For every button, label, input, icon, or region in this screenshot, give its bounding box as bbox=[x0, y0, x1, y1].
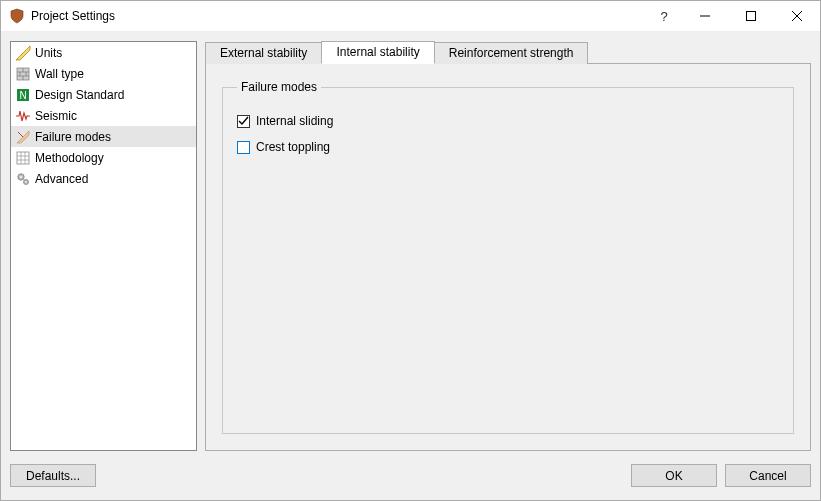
ruler-icon bbox=[15, 45, 31, 61]
option-crest-toppling[interactable]: Crest toppling bbox=[237, 136, 779, 158]
tab-external-stability[interactable]: External stability bbox=[205, 42, 322, 64]
table-icon bbox=[15, 150, 31, 166]
titlebar: Project Settings ? bbox=[1, 1, 820, 32]
sidebar-item-label: Design Standard bbox=[35, 88, 124, 102]
cancel-button[interactable]: Cancel bbox=[725, 464, 811, 487]
sidebar-item-advanced[interactable]: Advanced bbox=[11, 168, 196, 189]
failure-icon bbox=[15, 129, 31, 145]
ok-button[interactable]: OK bbox=[631, 464, 717, 487]
sidebar-item-methodology[interactable]: Methodology bbox=[11, 147, 196, 168]
option-label: Internal sliding bbox=[256, 114, 333, 128]
wall-icon bbox=[15, 66, 31, 82]
option-label: Crest toppling bbox=[256, 140, 330, 154]
sidebar-item-label: Methodology bbox=[35, 151, 104, 165]
tab-label: Reinforcement strength bbox=[449, 46, 574, 60]
maximize-button[interactable] bbox=[728, 1, 774, 31]
tab-label: External stability bbox=[220, 46, 307, 60]
window-title: Project Settings bbox=[31, 9, 115, 23]
standard-icon: N bbox=[15, 87, 31, 103]
main-panel: External stability Internal stability Re… bbox=[205, 41, 811, 451]
sidebar-item-label: Failure modes bbox=[35, 130, 111, 144]
gears-icon bbox=[15, 171, 31, 187]
dialog-window: Project Settings ? Units Wall ty bbox=[0, 0, 821, 501]
tab-bar: External stability Internal stability Re… bbox=[205, 41, 811, 64]
tab-content: Failure modes Internal sliding Crest top… bbox=[205, 63, 811, 451]
svg-line-15 bbox=[18, 132, 23, 137]
svg-point-24 bbox=[25, 181, 27, 183]
sidebar: Units Wall type N Design Standard Seismi… bbox=[10, 41, 197, 451]
dialog-footer: Defaults... OK Cancel bbox=[1, 460, 820, 500]
svg-point-22 bbox=[20, 176, 22, 178]
failure-modes-group: Failure modes Internal sliding Crest top… bbox=[222, 80, 794, 434]
svg-rect-16 bbox=[17, 152, 29, 164]
sidebar-item-label: Advanced bbox=[35, 172, 88, 186]
sidebar-item-failure-modes[interactable]: Failure modes bbox=[11, 126, 196, 147]
sidebar-item-wall-type[interactable]: Wall type bbox=[11, 63, 196, 84]
svg-text:N: N bbox=[19, 90, 26, 101]
checkbox-unchecked-icon bbox=[237, 141, 250, 154]
help-button[interactable]: ? bbox=[646, 1, 682, 31]
group-title: Failure modes bbox=[237, 80, 321, 94]
seismic-icon bbox=[15, 108, 31, 124]
svg-rect-1 bbox=[747, 12, 756, 21]
option-internal-sliding[interactable]: Internal sliding bbox=[237, 110, 779, 132]
defaults-button[interactable]: Defaults... bbox=[10, 464, 96, 487]
checkbox-checked-icon bbox=[237, 115, 250, 128]
minimize-button[interactable] bbox=[682, 1, 728, 31]
sidebar-item-label: Wall type bbox=[35, 67, 84, 81]
app-icon bbox=[9, 8, 25, 24]
tab-internal-stability[interactable]: Internal stability bbox=[321, 41, 434, 64]
close-button[interactable] bbox=[774, 1, 820, 31]
sidebar-item-seismic[interactable]: Seismic bbox=[11, 105, 196, 126]
tab-label: Internal stability bbox=[336, 45, 419, 59]
sidebar-item-design-standard[interactable]: N Design Standard bbox=[11, 84, 196, 105]
svg-marker-4 bbox=[16, 46, 30, 60]
tab-reinforcement-strength[interactable]: Reinforcement strength bbox=[434, 42, 589, 64]
sidebar-item-label: Units bbox=[35, 46, 62, 60]
sidebar-item-units[interactable]: Units bbox=[11, 42, 196, 63]
sidebar-item-label: Seismic bbox=[35, 109, 77, 123]
dialog-body: Units Wall type N Design Standard Seismi… bbox=[1, 32, 820, 460]
